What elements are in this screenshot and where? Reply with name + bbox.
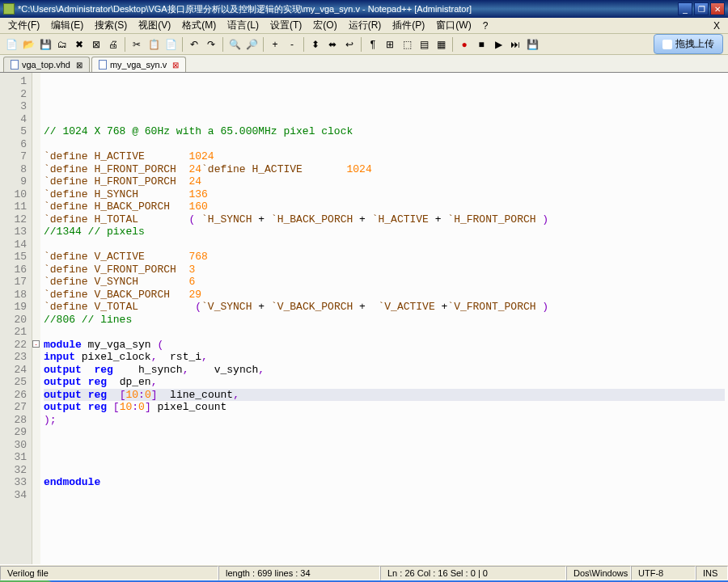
code-line-12[interactable]: `define H_TOTAL ( `H_SYNCH + `H_BACK_POR… bbox=[44, 213, 725, 226]
sync-v-icon[interactable]: ⬍ bbox=[307, 36, 324, 53]
code-line-20[interactable]: //806 // lines bbox=[44, 314, 725, 327]
zoom-out-icon[interactable]: - bbox=[284, 36, 300, 53]
status-filetype: Verilog file bbox=[0, 566, 218, 580]
editor-pane: 1234567891011121314151617181920212223242… bbox=[0, 73, 728, 564]
code-line-34[interactable] bbox=[44, 489, 725, 502]
code-line-9[interactable]: `define H_FRONT_PORCH 24 bbox=[44, 175, 725, 188]
code-line-21[interactable] bbox=[44, 326, 725, 339]
sync-h-icon[interactable]: ⬌ bbox=[324, 36, 341, 53]
code-line-5[interactable]: // 1024 X 768 @ 60Hz with a 65.000MHz pi… bbox=[44, 125, 725, 138]
paste-icon[interactable]: 📄 bbox=[163, 36, 179, 53]
fold-toggle-icon[interactable]: - bbox=[32, 340, 40, 348]
code-line-27[interactable]: output reg [10:0] pixel_count bbox=[44, 401, 725, 414]
close-button[interactable]: ✕ bbox=[710, 2, 725, 15]
code-area[interactable]: // 1024 X 768 @ 60Hz with a 65.000MHz pi… bbox=[40, 73, 728, 564]
tab-0[interactable]: vga_top.vhd⊠ bbox=[3, 57, 90, 72]
tab-label: my_vga_syn.v bbox=[110, 60, 167, 70]
code-line-26[interactable]: output reg [10:0] line_count, bbox=[44, 389, 725, 402]
record-macro-icon[interactable]: ● bbox=[456, 36, 472, 53]
code-line-30[interactable] bbox=[44, 439, 725, 452]
menu-macro[interactable]: 宏(O) bbox=[308, 17, 341, 34]
code-line-15[interactable]: `define V_ACTIVE 768 bbox=[44, 251, 725, 264]
wordwrap-icon[interactable]: ↩ bbox=[341, 36, 358, 53]
save-all-icon[interactable]: 🗂 bbox=[54, 36, 70, 53]
copy-icon[interactable]: 📋 bbox=[146, 36, 162, 53]
menu-search[interactable]: 搜索(S) bbox=[90, 17, 132, 34]
undo-icon[interactable]: ↶ bbox=[186, 36, 202, 53]
new-file-icon[interactable]: 📄 bbox=[3, 36, 19, 53]
save-icon[interactable]: 💾 bbox=[37, 36, 53, 53]
save-macro-icon[interactable]: 💾 bbox=[524, 36, 540, 53]
upload-button[interactable]: 拖拽上传 bbox=[654, 34, 723, 54]
menu-language[interactable]: 语言(L) bbox=[222, 17, 264, 34]
tab-bar: vga_top.vhd⊠my_vga_syn.v⊠ bbox=[0, 55, 728, 73]
code-line-28[interactable]: ); bbox=[44, 414, 725, 427]
print-icon[interactable]: 🖨 bbox=[105, 36, 121, 53]
tab-label: vga_top.vhd bbox=[22, 60, 70, 70]
code-line-24[interactable]: output reg h_synch, v_synch, bbox=[44, 364, 725, 377]
code-line-6[interactable] bbox=[44, 138, 725, 151]
upload-icon bbox=[662, 40, 672, 49]
tab-1[interactable]: my_vga_syn.v⊠ bbox=[91, 57, 186, 72]
tab-close-icon[interactable]: ⊠ bbox=[76, 61, 83, 70]
maximize-button[interactable]: ❐ bbox=[694, 2, 709, 15]
titlebar: *C:\Users\Administrator\Desktop\VGA接口原理分… bbox=[0, 0, 728, 18]
redo-icon[interactable]: ↷ bbox=[203, 36, 219, 53]
indent-guide-icon[interactable]: ⊞ bbox=[382, 36, 398, 53]
code-line-16[interactable]: `define V_FRONT_PORCH 3 bbox=[44, 264, 725, 276]
separator bbox=[452, 37, 453, 52]
code-line-4[interactable] bbox=[44, 113, 725, 126]
code-line-2[interactable] bbox=[44, 88, 725, 101]
stop-macro-icon[interactable]: ■ bbox=[473, 36, 489, 53]
code-line-19[interactable]: `define V_TOTAL (`V_SYNCH + `V_BACK_PORC… bbox=[44, 301, 725, 314]
menu-view[interactable]: 视图(V) bbox=[133, 17, 176, 34]
code-line-23[interactable]: input pixel_clock, rst_i, bbox=[44, 351, 725, 364]
code-line-17[interactable]: `define V_SYNCH 6 bbox=[44, 276, 725, 289]
tab-close-icon[interactable]: ⊠ bbox=[172, 61, 179, 70]
doc-map-icon[interactable]: ▤ bbox=[416, 36, 432, 53]
code-line-18[interactable]: `define V_BACK_PORCH 29 bbox=[44, 289, 725, 302]
menu-help[interactable]: ? bbox=[478, 19, 493, 33]
code-line-32[interactable] bbox=[44, 464, 725, 477]
code-line-11[interactable]: `define H_BACK_PORCH 160 bbox=[44, 200, 725, 213]
toolbar: 📄 📂 💾 🗂 ✖ ⊠ 🖨 ✂ 📋 📄 ↶ ↷ 🔍 🔎 + - ⬍ ⬌ ↩ ¶ … bbox=[0, 34, 728, 55]
menu-settings[interactable]: 设置(T) bbox=[265, 17, 307, 34]
close-file-icon[interactable]: ✖ bbox=[71, 36, 87, 53]
code-line-33[interactable]: endmodule bbox=[44, 476, 725, 489]
run-multi-macro-icon[interactable]: ⏭ bbox=[507, 36, 523, 53]
udl-icon[interactable]: ⬚ bbox=[399, 36, 415, 53]
minimize-button[interactable]: _ bbox=[678, 2, 692, 15]
open-file-icon[interactable]: 📂 bbox=[20, 36, 36, 53]
code-line-14[interactable] bbox=[44, 238, 725, 251]
find-icon[interactable]: 🔍 bbox=[226, 36, 243, 53]
code-line-31[interactable] bbox=[44, 451, 725, 464]
play-macro-icon[interactable]: ▶ bbox=[490, 36, 506, 53]
code-line-25[interactable]: output reg dp_en, bbox=[44, 376, 725, 389]
doc-close-button[interactable]: X bbox=[709, 20, 725, 32]
separator bbox=[125, 37, 125, 52]
code-line-13[interactable]: //1344 // pixels bbox=[44, 226, 725, 238]
replace-icon[interactable]: 🔎 bbox=[243, 36, 260, 53]
menu-window[interactable]: 窗口(W) bbox=[431, 17, 476, 34]
code-line-3[interactable] bbox=[44, 100, 725, 113]
menubar: 文件(F) 编辑(E) 搜索(S) 视图(V) 格式(M) 语言(L) 设置(T… bbox=[0, 18, 728, 34]
code-line-22[interactable]: module my_vga_syn ( bbox=[44, 339, 725, 352]
menu-file[interactable]: 文件(F) bbox=[3, 17, 44, 34]
status-length: length : 699 lines : 34 bbox=[218, 566, 380, 580]
code-line-8[interactable]: `define H_FRONT_PORCH 24`define H_ACTIVE… bbox=[44, 163, 725, 176]
menu-edit[interactable]: 编辑(E) bbox=[46, 17, 88, 34]
file-icon bbox=[11, 60, 19, 70]
show-all-chars-icon[interactable]: ¶ bbox=[365, 36, 381, 53]
code-line-1[interactable] bbox=[44, 75, 725, 88]
close-all-icon[interactable]: ⊠ bbox=[88, 36, 104, 53]
menu-run[interactable]: 运行(R) bbox=[344, 17, 387, 34]
cut-icon[interactable]: ✂ bbox=[129, 36, 145, 53]
menu-format[interactable]: 格式(M) bbox=[177, 17, 221, 34]
func-list-icon[interactable]: ▦ bbox=[433, 36, 449, 53]
code-line-7[interactable]: `define H_ACTIVE 1024 bbox=[44, 150, 725, 163]
code-line-29[interactable] bbox=[44, 426, 725, 439]
status-insert-mode: INS bbox=[696, 566, 728, 580]
menu-plugins[interactable]: 插件(P) bbox=[387, 17, 430, 34]
zoom-in-icon[interactable]: + bbox=[267, 36, 283, 53]
code-line-10[interactable]: `define H_SYNCH 136 bbox=[44, 188, 725, 201]
